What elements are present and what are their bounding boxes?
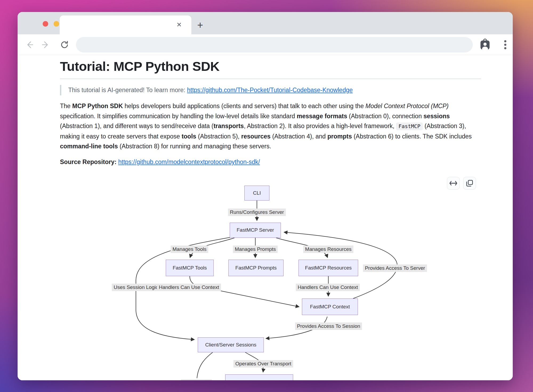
address-bar-input[interactable]: [76, 37, 473, 52]
kebab-menu-icon: [504, 40, 507, 50]
intro-segment: (Abstraction 0), connection: [347, 113, 423, 120]
back-arrow-icon: [25, 40, 34, 49]
forward-button[interactable]: [40, 34, 52, 55]
diagram-copy-button[interactable]: [463, 177, 476, 190]
intro-segment: (Abstraction 4), and: [270, 133, 328, 140]
callout-text: This tutorial is AI-generated! To learn …: [68, 87, 187, 93]
tab-close-icon[interactable]: ✕: [175, 21, 183, 29]
window-minimize-button[interactable]: [54, 21, 59, 27]
title-divider: [60, 79, 481, 79]
page-title: Tutorial: MCP Python SDK: [60, 59, 481, 74]
intro-segment: sessions: [423, 113, 450, 120]
intro-segment: (Abstraction 5),: [196, 133, 241, 140]
intro-segment: tools: [181, 133, 196, 140]
intro-segment: specification. It simplifies communicati…: [60, 113, 297, 120]
intro-segment: (Abstraction 1), and different ways to s…: [60, 123, 213, 129]
intro-segment: (Abstraction 8) for running and managing…: [118, 143, 271, 150]
window-close-button[interactable]: [43, 21, 48, 27]
page-content: Tutorial: MCP Python SDK This tutorial i…: [18, 55, 513, 380]
intro-segment: command-line tools: [60, 143, 118, 150]
reload-icon: [60, 40, 69, 50]
source-repo-link[interactable]: https://github.com/modelcontextprotocol/…: [118, 158, 260, 165]
intro-segment: , Abstraction 2). It also provides a hig…: [244, 123, 396, 129]
intro-segment: Model Context Protocol (MCP): [365, 103, 449, 109]
intro-segment: FastMCP: [396, 123, 423, 130]
intro-segment: transports: [213, 123, 244, 129]
profile-badge-icon: [479, 39, 491, 51]
intro-segment: MCP Python SDK: [72, 103, 123, 109]
desktop-background: { "browser": { "tab_close_glyph": "✕", "…: [0, 0, 533, 392]
browser-window: ✕ +: [18, 12, 513, 380]
callout-link[interactable]: https://github.com/The-Pocket/Tutorial-C…: [187, 87, 353, 93]
intro-segment: prompts: [328, 133, 352, 140]
intro-segment: The: [60, 103, 72, 109]
tab-strip: ✕ +: [18, 12, 513, 34]
new-tab-button[interactable]: +: [195, 20, 206, 31]
intro-paragraph: The MCP Python SDK helps developers buil…: [60, 101, 481, 152]
browser-menu-button[interactable]: [499, 34, 511, 55]
expand-horizontal-icon: [449, 180, 457, 186]
intro-segment: (Abstraction 6) to clients. The SDK incl…: [352, 133, 472, 140]
copy-icon: [466, 180, 473, 187]
browser-tab[interactable]: ✕: [60, 15, 191, 34]
forward-arrow-icon: [41, 40, 50, 49]
intro-segment: helps developers build applications (cli…: [123, 103, 365, 109]
intro-segment: resources: [241, 133, 270, 140]
source-repository-line: Source Repository: https://github.com/mo…: [60, 158, 481, 166]
diagram-expand-button[interactable]: [447, 177, 460, 190]
intro-segment: message formats: [297, 113, 347, 120]
ai-generated-callout: This tutorial is AI-generated! To learn …: [60, 85, 481, 95]
browser-toolbar: [18, 34, 513, 55]
profile-button[interactable]: [479, 34, 491, 55]
reload-button[interactable]: [58, 34, 71, 55]
source-repository-label: Source Repository:: [60, 158, 118, 165]
back-button[interactable]: [23, 34, 35, 55]
